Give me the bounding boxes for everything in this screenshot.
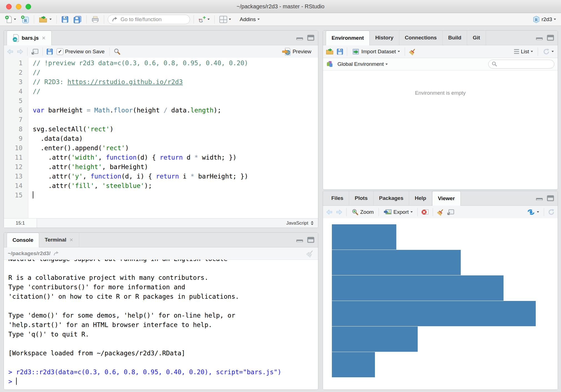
console-output-area[interactable]: Natural language support but running in … <box>4 260 318 390</box>
tab-environment[interactable]: Environment <box>326 31 370 45</box>
broom-icon[interactable] <box>306 250 314 257</box>
tab-build[interactable]: Build <box>443 31 467 45</box>
divider <box>346 208 347 216</box>
editor-gutter: 123456789101112131415 <box>4 58 28 218</box>
language-selector[interactable]: JavaScript <box>286 220 318 226</box>
list-icon <box>514 49 519 54</box>
preview-label: Preview <box>292 49 311 55</box>
maximize-pane-icon[interactable] <box>547 34 554 41</box>
forward-icon[interactable] <box>16 48 24 55</box>
popout-icon[interactable] <box>31 48 39 55</box>
minimize-pane-icon[interactable] <box>535 34 543 41</box>
save-all-button[interactable] <box>72 15 83 24</box>
close-tab-icon[interactable]: ✕ <box>42 35 46 41</box>
chevron-down-icon <box>537 211 539 213</box>
print-icon <box>91 16 99 23</box>
code-area[interactable]: 123456789101112131415 // !preview r2d3 d… <box>4 58 318 218</box>
tab-git[interactable]: Git <box>467 31 486 45</box>
preview-icon <box>282 47 291 56</box>
fullscreen-button[interactable] <box>26 4 31 9</box>
export-button[interactable]: Export <box>382 208 414 216</box>
minimize-pane-icon[interactable] <box>296 237 304 243</box>
global-environment-icon <box>326 61 334 68</box>
tab-packages[interactable]: Packages <box>374 191 409 205</box>
minimize-button[interactable] <box>16 4 21 9</box>
environment-window-buttons <box>535 31 554 45</box>
console-output: Natural language support but running in … <box>8 260 318 386</box>
new-file-button[interactable] <box>4 14 17 24</box>
cursor-position[interactable]: 15:1 <box>4 218 37 228</box>
import-dataset-label: Import Dataset <box>361 49 396 55</box>
environment-empty-message: Environment is empty <box>415 90 466 96</box>
version-control-button[interactable]: +G <box>197 15 211 24</box>
editor-code[interactable]: // !preview r2d3 data=c(0.3, 0.6, 0.8, 0… <box>28 58 318 218</box>
back-icon[interactable] <box>7 48 14 55</box>
divider <box>86 15 87 24</box>
save-icon[interactable] <box>46 48 53 55</box>
sync-button[interactable] <box>526 208 540 217</box>
popout-icon[interactable] <box>447 208 455 216</box>
title-bar: ~/packages/r2d3 - master - RStudio <box>0 0 561 13</box>
sync-icon <box>527 208 535 216</box>
divider <box>104 15 104 24</box>
zoom-button[interactable]: Zoom <box>350 208 375 217</box>
broom-icon[interactable] <box>437 208 444 216</box>
goto-directory-icon[interactable] <box>53 251 60 256</box>
addins-label: Addins <box>240 16 256 22</box>
tab-history[interactable]: History <box>370 31 399 45</box>
goto-file-input[interactable]: Go to file/function <box>108 15 190 24</box>
minimize-pane-icon[interactable] <box>535 195 543 202</box>
list-view-button[interactable]: List <box>513 48 534 56</box>
viewer-toolbar: Zoom Export <box>323 206 558 218</box>
goto-file-placeholder: Go to file/function <box>121 16 162 22</box>
viewer-content[interactable] <box>323 218 558 390</box>
maximize-pane-icon[interactable] <box>307 34 315 41</box>
tab-plots[interactable]: Plots <box>349 191 373 205</box>
remove-viewer-item-icon[interactable] <box>421 208 429 216</box>
project-menu-button[interactable]: R r2d3 <box>532 15 557 24</box>
maximize-pane-icon[interactable] <box>547 195 554 202</box>
preview-button[interactable]: Preview <box>281 47 315 57</box>
tab-console[interactable]: Console <box>7 233 39 247</box>
back-icon[interactable] <box>326 209 333 215</box>
save-button[interactable] <box>60 15 70 24</box>
viewer-tabstrip: Files Plots Packages Help Viewer <box>323 191 558 206</box>
environment-search-input[interactable] <box>488 60 554 69</box>
close-button[interactable] <box>6 4 12 9</box>
environment-scope-select[interactable]: Global Environment <box>336 60 389 68</box>
minimize-pane-icon[interactable] <box>296 34 304 41</box>
search-icon[interactable] <box>113 48 121 55</box>
import-dataset-button[interactable]: Import Dataset <box>351 47 401 56</box>
save-workspace-icon[interactable] <box>337 48 343 55</box>
tab-label: Plots <box>355 195 367 201</box>
preview-on-save-toggle[interactable]: ✓ Preview on Save <box>56 47 106 56</box>
maximize-pane-icon[interactable] <box>307 237 315 243</box>
divider <box>379 208 379 216</box>
tab-connections[interactable]: Connections <box>399 31 443 45</box>
print-button[interactable] <box>90 15 100 24</box>
refresh-environment-button[interactable] <box>542 47 555 56</box>
tab-bars-js[interactable]: JS bars.js ✕ <box>7 31 52 45</box>
search-icon <box>491 61 497 67</box>
forward-icon[interactable] <box>335 209 343 215</box>
new-project-button[interactable]: R <box>20 14 30 24</box>
project-name: r2d3 <box>542 16 552 22</box>
divider <box>214 15 215 24</box>
tab-label: Git <box>473 35 480 41</box>
close-tab-icon[interactable]: ✕ <box>69 237 73 243</box>
chevron-down-icon <box>14 19 16 20</box>
tab-help[interactable]: Help <box>409 191 432 205</box>
new-file-icon <box>5 15 12 24</box>
addins-button[interactable]: Addins <box>239 16 261 23</box>
tab-label: Viewer <box>438 195 455 202</box>
refresh-icon[interactable] <box>548 208 555 216</box>
workspace-panes-button[interactable] <box>218 15 232 24</box>
viewer-window-buttons <box>535 191 554 205</box>
tab-terminal[interactable]: Terminal ✕ <box>39 233 79 247</box>
tab-files[interactable]: Files <box>326 191 349 205</box>
open-file-button[interactable] <box>38 15 53 24</box>
open-workspace-icon[interactable] <box>326 48 334 55</box>
tab-viewer[interactable]: Viewer <box>432 191 461 206</box>
broom-icon[interactable] <box>409 48 416 55</box>
tab-label: Files <box>331 195 343 201</box>
